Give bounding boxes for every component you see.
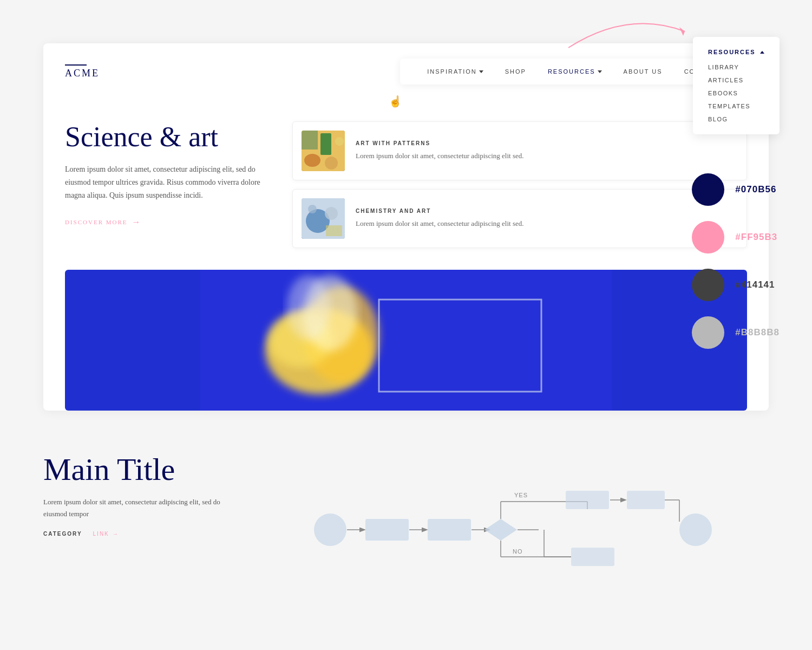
swatch-dark-gray — [692, 269, 724, 301]
dropdown-library[interactable]: LIBRARY — [708, 64, 764, 70]
svg-point-42 — [679, 514, 712, 546]
svg-point-10 — [308, 205, 317, 213]
svg-point-6 — [335, 137, 344, 146]
dropdown-items: LIBRARY ARTICLES EBOOKS TEMPLATES BLOG — [708, 64, 764, 122]
color-swatches: #070B56 #FF95B3 #414141 #B8B8B8 — [692, 173, 780, 349]
art-card-1-desc: Lorem ipsum dolor sit amet, consectetur … — [356, 151, 523, 161]
nav-shop[interactable]: SHOP — [505, 68, 526, 75]
swatch-pink — [692, 221, 724, 253]
svg-marker-25 — [484, 519, 517, 541]
bottom-left: Main Title Lorem ipsum dolor sit amet, c… — [43, 454, 233, 537]
main-card: ACME INSPIRATION SHOP RESOURCES ABOUT US — [43, 43, 769, 411]
svg-marker-0 — [679, 27, 685, 36]
svg-point-9 — [325, 207, 338, 220]
navbar: ACME INSPIRATION SHOP RESOURCES ABOUT US — [43, 43, 769, 100]
svg-rect-12 — [200, 270, 612, 411]
bottom-title: Main Title — [43, 454, 233, 485]
art-card-1-title: ART WITH PATTERNS — [356, 140, 523, 146]
bottom-description: Lorem ipsum dolor sit amet, consectetur … — [43, 496, 233, 520]
arrow-right-icon-bottom: → — [113, 531, 119, 537]
bottom-link[interactable]: LINK → — [93, 531, 119, 537]
logo-line — [65, 64, 87, 66]
logo-text: ACME — [65, 68, 100, 79]
flowchart-svg: YES NO — [254, 465, 769, 573]
dropdown-header: RESOURCES — [708, 49, 764, 55]
art-card-2-desc: Lorem ipsum dolor sit amet, consectetur … — [356, 218, 523, 229]
swatch-label-4: #B8B8B8 — [735, 327, 780, 338]
svg-rect-11 — [326, 225, 342, 236]
art-card-1-content: ART WITH PATTERNS Lorem ipsum dolor sit … — [356, 140, 523, 161]
svg-rect-23 — [428, 519, 471, 541]
svg-rect-5 — [302, 131, 318, 150]
blue-image-section — [65, 270, 747, 411]
swatch-light-gray — [692, 316, 724, 349]
swatch-label-3: #414141 — [735, 280, 775, 290]
resources-dropdown: RESOURCES LIBRARY ARTICLES EBOOKS TEMPLA… — [693, 37, 780, 134]
left-content: Science & art Lorem ipsum dolor sit amet… — [65, 121, 271, 227]
art-chemistry-image — [302, 198, 345, 239]
dropdown-articles[interactable]: ARTICLES — [708, 77, 764, 83]
blue-image-content — [65, 270, 747, 411]
swatch-label-2: #FF95B3 — [735, 232, 777, 243]
svg-point-2 — [304, 154, 320, 167]
discover-more-link[interactable]: DISCOVER MORE → — [65, 217, 271, 227]
nav-inspiration[interactable]: INSPIRATION — [427, 68, 483, 75]
svg-rect-33 — [627, 491, 665, 509]
hero-description: Lorem ipsum dolor sit amet, consectetur … — [65, 163, 271, 202]
arrow-right-icon: → — [132, 217, 142, 227]
svg-rect-31 — [566, 491, 609, 509]
art-card-1: ART WITH PATTERNS Lorem ipsum dolor sit … — [292, 121, 747, 180]
logo-area: ACME — [65, 64, 100, 79]
bottom-section: Main Title Lorem ipsum dolor sit amet, c… — [11, 432, 801, 595]
nav-about[interactable]: ABOUT US — [624, 68, 663, 75]
art-card-2-title: CHEMISTRY AND ART — [356, 208, 523, 214]
chevron-up-icon — [760, 51, 764, 54]
flowchart: YES NO — [254, 465, 769, 573]
nav-resources[interactable]: RESOURCES — [548, 68, 602, 75]
svg-rect-3 — [320, 133, 331, 155]
svg-rect-21 — [365, 519, 409, 541]
svg-point-19 — [314, 514, 346, 546]
art-cards: ART WITH PATTERNS Lorem ipsum dolor sit … — [292, 121, 747, 248]
bottom-footer: CATEGORY LINK → — [43, 531, 233, 537]
dropdown-ebooks[interactable]: EBOOKS — [708, 90, 764, 96]
swatch-row-4: #B8B8B8 — [692, 316, 780, 349]
svg-point-4 — [325, 157, 338, 170]
chevron-down-icon — [479, 70, 483, 73]
chevron-down-icon-resources — [598, 70, 602, 73]
svg-point-17 — [287, 275, 330, 340]
dropdown-title: RESOURCES — [708, 49, 756, 55]
art-card-2: CHEMISTRY AND ART Lorem ipsum dolor sit … — [292, 189, 747, 248]
art-card-2-content: CHEMISTRY AND ART Lorem ipsum dolor sit … — [356, 208, 523, 229]
dropdown-templates[interactable]: TEMPLATES — [708, 103, 764, 109]
swatch-dark-blue — [692, 173, 724, 206]
art-card-1-image — [302, 131, 345, 171]
swatch-row-1: #070B56 — [692, 173, 780, 206]
hero-heading: Science & art — [65, 121, 271, 152]
dropdown-blog[interactable]: BLOG — [708, 116, 764, 122]
svg-rect-39 — [571, 548, 614, 566]
category-label: CATEGORY — [43, 531, 82, 537]
swatch-label-1: #070B56 — [735, 184, 776, 195]
svg-text:NO: NO — [513, 548, 523, 555]
svg-text:YES: YES — [514, 492, 528, 498]
content-section: Science & art Lorem ipsum dolor sit amet… — [43, 100, 769, 270]
art-card-2-image — [302, 198, 345, 239]
swatch-row-3: #414141 — [692, 269, 780, 301]
art-pattern-image — [302, 131, 345, 171]
swatch-row-2: #FF95B3 — [692, 221, 780, 253]
